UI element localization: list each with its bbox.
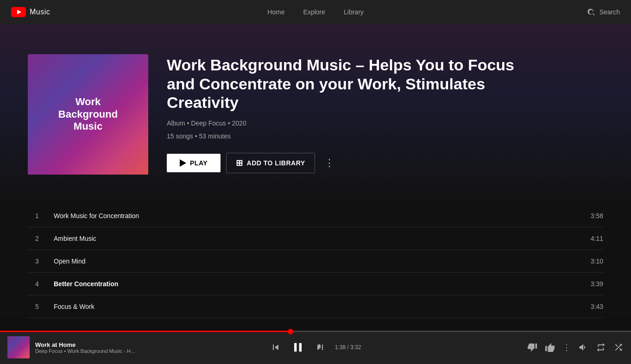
dislike-icon (527, 342, 537, 352)
progress-dot (288, 329, 293, 334)
play-icon (180, 159, 186, 167)
hero-section: WorkBackgroundMusic Work Background Musi… (0, 24, 631, 205)
pause-button[interactable] (290, 340, 305, 355)
song-list: 1Work Music for Concentration3:582Ambien… (0, 205, 631, 318)
song-number: 4 (28, 280, 46, 288)
like-button[interactable] (545, 342, 555, 352)
like-icon (545, 342, 555, 352)
album-details: 15 songs • 53 minutes (167, 132, 537, 140)
play-button[interactable]: PLAY (167, 154, 221, 172)
progress-bar[interactable] (0, 331, 631, 332)
song-name: Open Mind (46, 257, 575, 265)
player-thumbnail (7, 336, 30, 358)
album-art: WorkBackgroundMusic (28, 54, 148, 175)
player-track-meta: Deep Focus • Work Background Music - Hel… (35, 348, 137, 354)
add-to-library-button[interactable]: ⊞ ADD TO LIBRARY (226, 153, 315, 173)
album-info: Work Background Music – Helps You to Foc… (167, 56, 537, 173)
music-logo-text: Music (30, 8, 50, 16)
add-icon: ⊞ (236, 159, 243, 167)
song-row[interactable]: 5Focus & Work3:43 (28, 295, 603, 318)
more-options-button[interactable]: ⋮ (321, 153, 338, 173)
album-art-text: WorkBackgroundMusic (58, 96, 118, 132)
song-duration: 3:39 (575, 280, 603, 288)
player-left: Work at Home Deep Focus • Work Backgroun… (7, 336, 146, 358)
nav-library[interactable]: Library (344, 6, 364, 18)
song-name: Focus & Work (46, 303, 575, 310)
album-art-inner: WorkBackgroundMusic (28, 54, 148, 175)
logo-area[interactable]: Music (11, 7, 50, 17)
album-title: Work Background Music – Helps You to Foc… (167, 56, 537, 112)
player-controls: 1:38 / 3:32 (146, 340, 485, 355)
play-label: PLAY (190, 159, 208, 167)
nav-explore[interactable]: Explore (303, 6, 325, 18)
song-name: Ambient Music (46, 235, 575, 242)
volume-icon (578, 342, 588, 352)
nav-home[interactable]: Home (267, 6, 284, 18)
time-display: 1:38 / 3:32 (335, 344, 361, 351)
nav-links: Home Explore Library (267, 6, 364, 18)
progress-fill (0, 331, 290, 332)
song-name: Better Concentration (46, 280, 575, 288)
shuffle-icon (613, 342, 624, 352)
top-nav: Music Home Explore Library Search (0, 0, 631, 24)
song-number: 5 (28, 303, 46, 310)
song-row[interactable]: 4Better Concentration3:39 (28, 273, 603, 295)
album-actions: PLAY ⊞ ADD TO LIBRARY ⋮ (167, 153, 537, 173)
song-duration: 3:43 (575, 303, 603, 310)
song-name: Work Music for Concentration (46, 212, 575, 220)
shuffle-button[interactable] (613, 342, 624, 352)
next-icon (315, 342, 326, 353)
song-duration: 3:10 (575, 257, 603, 265)
pause-icon (290, 340, 305, 355)
song-duration: 4:11 (575, 235, 603, 242)
song-number: 3 (28, 257, 46, 265)
song-row[interactable]: 1Work Music for Concentration3:58 (28, 205, 603, 227)
song-duration: 3:58 (575, 212, 603, 220)
repeat-icon (596, 342, 606, 352)
search-label: Search (599, 8, 620, 16)
player-right: ⋮ (485, 342, 624, 352)
next-button[interactable] (315, 342, 326, 353)
song-number: 1 (28, 212, 46, 220)
volume-button[interactable] (578, 342, 588, 352)
youtube-logo (11, 7, 26, 17)
search-icon (587, 7, 596, 17)
prev-icon (270, 342, 281, 353)
song-row[interactable]: 3Open Mind3:10 (28, 250, 603, 273)
nav-search[interactable]: Search (587, 7, 620, 17)
repeat-button[interactable] (596, 342, 606, 352)
prev-button[interactable] (270, 342, 281, 353)
player-track-name: Work at Home (35, 341, 137, 348)
song-number: 2 (28, 235, 46, 242)
song-row[interactable]: 2Ambient Music4:11 (28, 227, 603, 250)
dislike-button[interactable] (527, 342, 537, 352)
player-bar: Work at Home Deep Focus • Work Backgroun… (0, 331, 631, 364)
player-more-button[interactable]: ⋮ (562, 342, 571, 352)
add-library-label: ADD TO LIBRARY (247, 159, 305, 167)
player-track-info: Work at Home Deep Focus • Work Backgroun… (35, 341, 137, 354)
album-meta: Album • Deep Focus • 2020 (167, 119, 537, 127)
